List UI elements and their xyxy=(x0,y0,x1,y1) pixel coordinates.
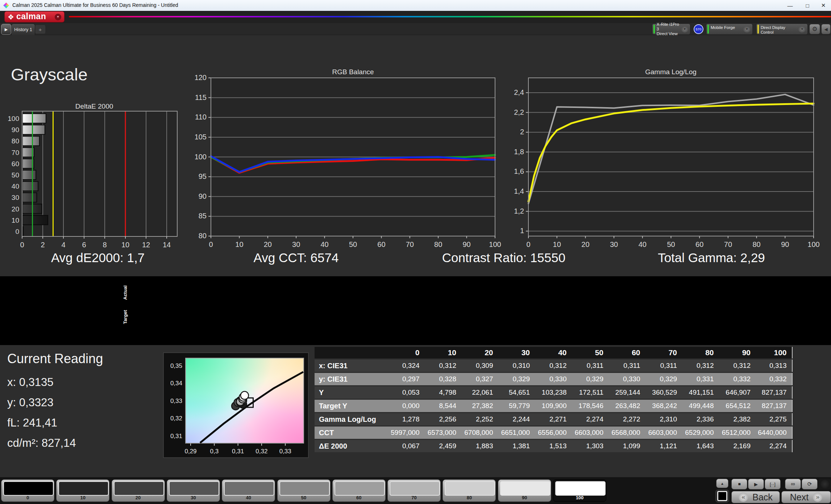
table-cell: 59,779 xyxy=(498,400,535,412)
add-tab-button[interactable]: + xyxy=(35,25,45,34)
patch-swatch xyxy=(335,481,385,496)
table-cell: 5997,000 xyxy=(388,427,425,439)
table-cell: 6568,000 xyxy=(608,427,645,439)
table-cell: 6512,000 xyxy=(719,427,756,439)
maximize-button[interactable]: □ xyxy=(800,0,815,11)
svg-text:30: 30 xyxy=(12,194,19,201)
brand-name: calman xyxy=(16,12,46,21)
next-arrow-icon: » xyxy=(813,492,822,502)
display-control-dropdown[interactable]: Direct Display Control ▼ xyxy=(756,24,808,35)
svg-text:20: 20 xyxy=(264,240,272,248)
tab-scroll-button[interactable]: ▶ xyxy=(1,24,11,35)
svg-text:70: 70 xyxy=(12,149,19,156)
svg-text:80: 80 xyxy=(199,232,207,240)
gear-icon[interactable]: ⚙ xyxy=(809,24,820,34)
patch-button-70[interactable]: 70 xyxy=(387,479,441,502)
svg-text:70: 70 xyxy=(724,240,732,248)
patch-button-20[interactable]: 20 xyxy=(112,479,165,502)
svg-text:85: 85 xyxy=(199,212,207,220)
patch-button-50[interactable]: 50 xyxy=(277,479,331,502)
table-cell: 6529,000 xyxy=(682,427,719,439)
refresh-icon[interactable]: ⟳ xyxy=(802,479,818,490)
patch-button-40[interactable]: 40 xyxy=(222,479,275,502)
back-label: Back xyxy=(752,492,773,503)
svg-text:110: 110 xyxy=(195,113,207,121)
table-cell: 1,303 xyxy=(572,440,609,452)
svg-text:4: 4 xyxy=(61,241,65,249)
deltae-bar-10 xyxy=(22,215,48,225)
svg-text:2,2: 2,2 xyxy=(514,108,524,116)
svg-text:20: 20 xyxy=(12,205,19,213)
table-col-60: 60 xyxy=(608,347,645,358)
play-icon[interactable]: ▶ xyxy=(748,479,764,490)
next-button[interactable]: Next » xyxy=(781,491,831,503)
avg-cct-stat: Avg CCT: 6574 xyxy=(224,251,369,265)
source-dropdown[interactable]: Mobile Forge ▼ xyxy=(706,24,753,35)
table-cell: 0,297 xyxy=(388,373,425,385)
table-cell: 27,382 xyxy=(461,400,498,412)
reading-y: y: 0,3323 xyxy=(7,396,54,409)
table-cell: 0,324 xyxy=(388,360,425,372)
rgb-line-blue xyxy=(211,156,495,172)
display-control-label: Direct Display Control xyxy=(761,25,798,35)
table-cell: 172,511 xyxy=(572,386,609,399)
svg-text:100: 100 xyxy=(807,240,819,248)
patch-button-100[interactable]: 100 xyxy=(553,479,606,502)
svg-text:10: 10 xyxy=(235,240,243,248)
table-cell: 2,244 xyxy=(498,413,535,425)
table-col-70: 70 xyxy=(645,347,682,358)
svg-text:115: 115 xyxy=(195,93,207,101)
svg-text:12: 12 xyxy=(142,241,150,249)
table-cell: 6708,000 xyxy=(461,427,498,439)
svg-text:60: 60 xyxy=(377,240,385,248)
deltae-bar-20 xyxy=(22,204,42,214)
reading-fl: fL: 241,41 xyxy=(7,416,57,429)
table-cell: 0,331 xyxy=(682,373,719,385)
pattern-window-button[interactable] xyxy=(715,490,729,503)
patch-button-10[interactable]: 10 xyxy=(56,479,109,502)
svg-text:95: 95 xyxy=(199,172,207,180)
patch-label: 50 xyxy=(278,495,330,500)
patch-button-80[interactable]: 80 xyxy=(442,479,496,502)
display-control-status-bar xyxy=(757,25,759,34)
svg-text:100: 100 xyxy=(195,153,207,161)
table-cell: 0,311 xyxy=(608,360,645,372)
calman-menu-button[interactable]: ❖ calman ▼ xyxy=(4,11,65,22)
svg-text:80: 80 xyxy=(752,240,760,248)
table-corner xyxy=(315,347,388,358)
stop-icon[interactable]: ■ xyxy=(731,479,747,490)
continuous-loop-icon[interactable]: ∞ xyxy=(785,479,801,490)
patch-button-30[interactable]: 30 xyxy=(167,479,220,502)
table-cell: 103,238 xyxy=(535,386,572,399)
patch-button-90[interactable]: 90 xyxy=(498,479,551,502)
tab-history-1[interactable]: History 1 xyxy=(11,24,35,35)
patch-button-0[interactable]: 0 xyxy=(1,479,54,502)
table-cell: 0,309 xyxy=(461,360,498,372)
patch-swatch xyxy=(58,481,109,496)
meter-delay-badge[interactable]: 570 xyxy=(694,24,703,34)
table-col-0: 0 xyxy=(388,347,425,358)
deltae-bar-100 xyxy=(22,114,46,123)
table-cell: 178,546 xyxy=(572,400,609,412)
table-cell: 22,061 xyxy=(461,386,498,399)
close-button[interactable]: ✕ xyxy=(816,0,831,11)
deltae-bar-80 xyxy=(22,136,40,146)
table-cell: 1,883 xyxy=(461,440,498,452)
table-cell: 6440,000 xyxy=(756,427,793,439)
up-arrow-button[interactable]: ▲ xyxy=(716,479,728,488)
svg-text:2: 2 xyxy=(520,128,524,136)
svg-text:1: 1 xyxy=(520,227,524,235)
patch-label: 100 xyxy=(553,495,606,500)
deltae-bar-70 xyxy=(22,148,34,157)
minimize-button[interactable]: — xyxy=(783,0,797,11)
svg-text:14: 14 xyxy=(163,241,171,249)
patch-button-60[interactable]: 60 xyxy=(332,479,386,502)
meter-dropdown[interactable]: X-Rite i1Pro 3Direct View ▼ xyxy=(652,24,690,35)
header-bar: ❖ calman ▼ xyxy=(0,11,831,23)
back-button[interactable]: « Back xyxy=(731,491,780,503)
collapse-panel-icon[interactable]: ◀ xyxy=(821,24,831,34)
table-cell: 263,482 xyxy=(608,400,645,412)
gamma-line-target xyxy=(528,104,814,201)
single-measure-icon[interactable]: [··] xyxy=(765,479,781,490)
chevron-down-icon: ▼ xyxy=(798,26,806,33)
